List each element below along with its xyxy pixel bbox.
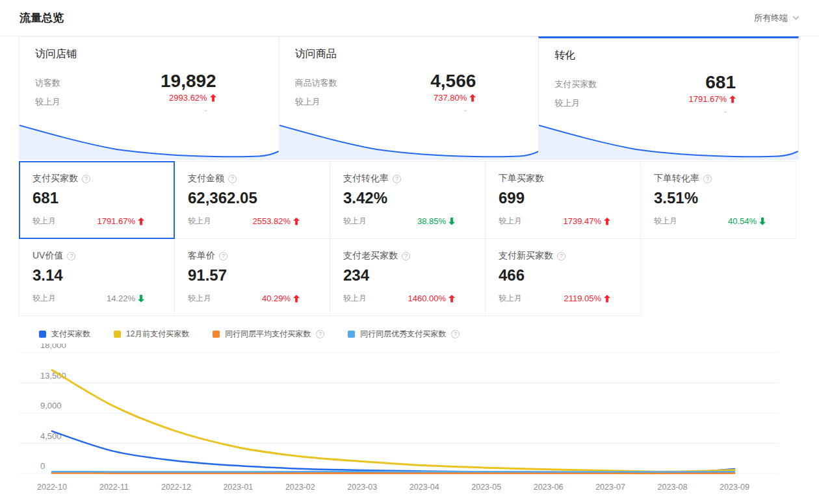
overview-change: 1791.67% xyxy=(688,94,736,104)
legend-label: 同行同层优秀支付买家数 xyxy=(360,329,446,340)
metric-label: 客单价 xyxy=(188,250,215,262)
metric-value: 3.51% xyxy=(654,189,783,207)
overview-tab-0[interactable]: 访问店铺 访客数 较上月 19,892 2993.62% - xyxy=(19,36,280,160)
x-tick-label: 2023-08 xyxy=(658,483,688,492)
legend-item-1[interactable]: 12月前支付买家数 xyxy=(114,329,189,340)
overview-extra: - xyxy=(688,107,736,116)
info-icon[interactable]: ? xyxy=(67,252,75,260)
x-tick-label: 2022-10 xyxy=(37,483,67,492)
metric-card-3[interactable]: 下单买家数 699 较上月 1739.47% xyxy=(485,161,641,239)
metric-value: 466 xyxy=(499,266,627,284)
overview-tab-2[interactable]: 转化 支付买家数 较上月 681 1791.67% - xyxy=(538,36,799,160)
traffic-trend-chart: 04,5009,00013,50018,0002022-102022-11202… xyxy=(20,344,800,498)
metric-label: UV价值 xyxy=(32,250,63,262)
metric-value: 3.14 xyxy=(32,266,161,284)
change-text: 38.85% xyxy=(417,216,446,226)
x-tick-label: 2022-12 xyxy=(161,483,191,492)
legend-item-0[interactable]: 支付买家数 xyxy=(39,329,90,340)
info-icon[interactable]: ? xyxy=(393,175,401,183)
legend-label: 12月前支付买家数 xyxy=(126,329,189,340)
compare-label: 较上月 xyxy=(654,216,677,227)
metric-card-7[interactable]: 支付老买家数? 234 较上月 1460.00% xyxy=(330,238,486,316)
legend-label: 支付买家数 xyxy=(51,329,90,340)
up-arrow-icon xyxy=(604,218,610,225)
overview-compare-label: 较上月 xyxy=(295,96,337,108)
metric-card-1[interactable]: 支付金额? 62,362.05 较上月 2553.82% xyxy=(174,161,330,239)
metric-value: 681 xyxy=(32,189,161,207)
x-tick-label: 2023-04 xyxy=(410,483,439,492)
info-icon[interactable]: ? xyxy=(82,175,90,183)
up-arrow-icon xyxy=(138,218,144,225)
metric-label: 支付新买家数 xyxy=(499,250,553,262)
metric-card-8[interactable]: 支付新买家数? 466 较上月 2119.05% xyxy=(485,238,641,316)
legend-item-2[interactable]: 同行同层平均支付买家数? xyxy=(213,329,324,340)
terminal-selector-label: 所有终端 xyxy=(754,12,788,24)
x-tick-label: 2023-05 xyxy=(471,483,501,492)
metric-label: 支付金额 xyxy=(188,173,224,184)
x-tick-label: 2023-01 xyxy=(223,483,253,492)
info-icon[interactable]: ? xyxy=(557,252,566,260)
overview-metric-label: 支付买家数 xyxy=(554,79,597,90)
overview-card-title: 转化 xyxy=(554,49,783,62)
change-text: 1791.67% xyxy=(97,216,135,226)
metric-grid: 支付买家数? 681 较上月 1791.67% 支付金额? 62,362.05 … xyxy=(20,161,800,316)
info-icon[interactable]: ? xyxy=(316,330,324,338)
overview-tab-1[interactable]: 访问商品 商品访客数 较上月 4,566 737.80% - xyxy=(279,36,540,160)
legend-swatch xyxy=(348,331,355,338)
compare-label: 较上月 xyxy=(188,216,211,227)
metric-label: 支付老买家数 xyxy=(343,250,398,262)
change-value: 1739.47% xyxy=(563,216,610,226)
legend-item-3[interactable]: 同行同层优秀支付买家数? xyxy=(348,329,460,340)
page-title: 流量总览 xyxy=(20,10,64,25)
x-tick-label: 2023-09 xyxy=(720,483,749,492)
info-icon[interactable]: ? xyxy=(228,175,237,183)
change-text: 40.54% xyxy=(728,216,757,226)
compare-label: 较上月 xyxy=(188,293,211,304)
change-value: 40.54% xyxy=(728,216,766,226)
down-arrow-icon xyxy=(138,295,144,303)
up-arrow-icon xyxy=(604,295,610,303)
overview-metric-value: 4,566 xyxy=(430,71,476,91)
compare-label: 较上月 xyxy=(32,216,56,227)
metric-value: 91.57 xyxy=(188,266,317,284)
metric-card-5[interactable]: UV价值? 3.14 较上月 14.22% xyxy=(19,238,175,316)
compare-label: 较上月 xyxy=(343,293,367,304)
terminal-selector[interactable]: 所有终端 xyxy=(754,12,800,24)
change-value: 40.29% xyxy=(262,294,300,303)
overview-card-title: 访问店铺 xyxy=(35,47,263,61)
change-text: 14.22% xyxy=(107,294,135,303)
info-icon[interactable]: ? xyxy=(402,252,410,260)
overview-extra: - xyxy=(430,106,476,115)
up-arrow-icon xyxy=(729,95,736,103)
change-text: 2119.05% xyxy=(564,294,601,303)
change-text: 1739.47% xyxy=(563,216,601,226)
overview-metric-value: 681 xyxy=(688,73,736,92)
metric-card-6[interactable]: 客单价? 91.57 较上月 40.29% xyxy=(174,238,330,316)
series-line-1 xyxy=(52,370,734,472)
change-text: 2553.82% xyxy=(252,216,291,226)
metric-label: 支付转化率 xyxy=(343,173,389,184)
y-tick-label: 9,000 xyxy=(40,401,62,410)
info-icon[interactable]: ? xyxy=(703,175,712,183)
metric-value: 699 xyxy=(499,189,627,207)
change-value: 2119.05% xyxy=(564,294,610,303)
info-icon[interactable]: ? xyxy=(451,330,460,338)
x-tick-label: 2023-03 xyxy=(347,483,377,492)
overview-extra: - xyxy=(161,106,216,115)
up-arrow-icon xyxy=(293,295,300,303)
overview-compare-label: 较上月 xyxy=(554,97,597,109)
compare-label: 较上月 xyxy=(499,293,522,304)
chevron-down-icon xyxy=(792,16,800,20)
metric-card-4[interactable]: 下单转化率? 3.51% 较上月 40.54% xyxy=(640,161,796,239)
metric-card-2[interactable]: 支付转化率? 3.42% 较上月 38.85% xyxy=(330,161,486,239)
change-value: 14.22% xyxy=(107,294,144,303)
overview-change: 2993.62% xyxy=(161,93,216,103)
chart-legend: 支付买家数 12月前支付买家数 同行同层平均支付买家数? 同行同层优秀支付买家数… xyxy=(39,329,819,340)
info-icon[interactable]: ? xyxy=(219,252,228,260)
x-tick-label: 2023-06 xyxy=(534,483,564,492)
overview-change: 737.80% xyxy=(430,93,476,103)
change-value: 1460.00% xyxy=(408,294,455,303)
metric-card-0[interactable]: 支付买家数? 681 较上月 1791.67% xyxy=(19,161,175,239)
change-text: 1460.00% xyxy=(408,294,446,303)
compare-label: 较上月 xyxy=(499,216,522,227)
